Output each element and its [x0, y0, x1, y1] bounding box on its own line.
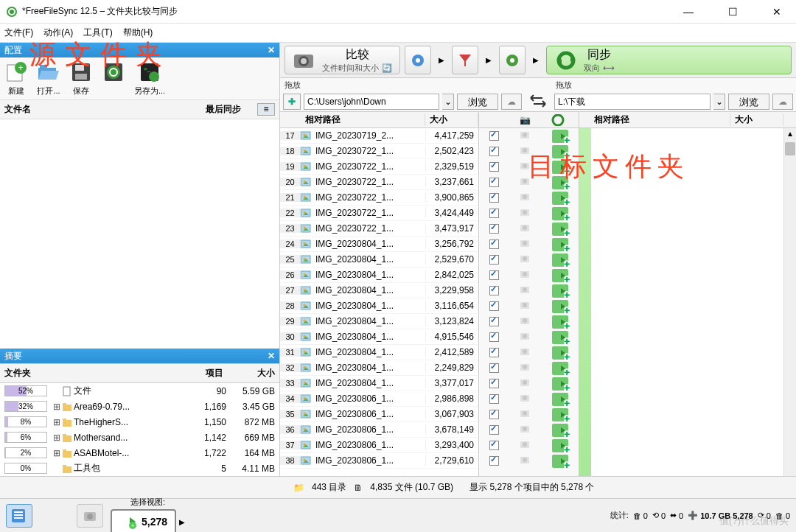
col-size[interactable]: 大小 [223, 367, 275, 379]
mid-row[interactable] [479, 407, 579, 422]
mid-row[interactable] [479, 438, 579, 453]
grid-row[interactable]: 25IMG_20230804_1...2,529,670 [280, 252, 478, 267]
mid-row[interactable] [479, 376, 579, 391]
col-size-right[interactable]: 大小 [730, 113, 783, 126]
create-right-icon[interactable] [552, 192, 568, 205]
create-right-icon[interactable] [552, 439, 568, 452]
grid-row[interactable]: 31IMG_20230804_1...2,412,589 [280, 345, 478, 360]
mid-row[interactable] [479, 175, 579, 190]
summary-row[interactable]: 32%⊞Area69-0.79...1,1693.45 GB [0, 399, 279, 414]
col-extra-icon[interactable]: ≡ [257, 103, 275, 116]
col-lastsync[interactable]: 最后同步 [206, 103, 257, 116]
left-path-input[interactable] [304, 94, 439, 110]
col-items[interactable]: 项目 [179, 367, 223, 379]
mid-row[interactable] [479, 159, 579, 175]
mid-row[interactable] [479, 329, 579, 345]
row-checkbox[interactable] [489, 348, 499, 357]
grid-row[interactable]: 23IMG_20230722_1...3,473,917 [280, 221, 478, 237]
mid-row[interactable] [479, 190, 579, 206]
col-relpath-left[interactable]: 相对路径 [301, 113, 425, 126]
row-checkbox[interactable] [489, 131, 499, 141]
row-checkbox[interactable] [489, 394, 499, 404]
swap-button[interactable] [525, 78, 551, 111]
grid-row[interactable]: 22IMG_20230722_1...3,424,449 [280, 206, 478, 221]
right-browse-button[interactable]: 浏览 [728, 94, 769, 110]
maximize-button[interactable]: ☐ [719, 1, 746, 22]
summary-row[interactable]: 2%⊞ASABMotel-...1,722164 MB [0, 445, 279, 461]
create-right-icon[interactable] [552, 284, 568, 298]
summary-panel-close-icon[interactable]: ✕ [268, 351, 275, 361]
row-checkbox[interactable] [489, 286, 499, 295]
create-right-icon[interactable] [552, 377, 568, 391]
new-button[interactable]: + 新建 [4, 60, 28, 97]
summary-row[interactable]: 0%工具包54.11 MB [0, 461, 279, 476]
left-browse-button[interactable]: 浏览 [457, 94, 498, 110]
grid-row[interactable]: 19IMG_20230722_1...2,329,519 [280, 159, 478, 175]
row-checkbox[interactable] [489, 441, 499, 450]
compare-button[interactable]: 比较 文件时间和大小 🔄 [284, 46, 400, 74]
row-checkbox[interactable] [489, 147, 499, 156]
menu-file[interactable]: 文件(F) [4, 27, 33, 39]
row-checkbox[interactable] [489, 379, 499, 388]
grid-row[interactable]: 38IMG_20230806_1...2,729,610 [280, 453, 478, 469]
source-grid-body[interactable]: 17IMG_20230719_2...4,417,25918IMG_202307… [280, 128, 478, 476]
row-checkbox[interactable] [489, 209, 499, 218]
sync-settings-dropdown-icon[interactable]: ▶ [530, 46, 542, 74]
saveas-sync-button[interactable] [102, 60, 125, 97]
grid-row[interactable]: 34IMG_20230806_1...2,986,898 [280, 391, 478, 407]
create-right-icon[interactable] [552, 315, 568, 329]
view-list-button[interactable] [6, 504, 32, 528]
minimize-button[interactable]: — [675, 1, 702, 22]
col-filename[interactable]: 文件名 [4, 103, 206, 116]
menu-action[interactable]: 动作(A) [43, 27, 73, 39]
mid-row[interactable] [479, 345, 579, 360]
sync-button[interactable]: 同步 双向 ⟷ [546, 46, 792, 74]
grid-row[interactable]: 32IMG_20230804_1...2,249,829 [280, 360, 478, 376]
menu-tools[interactable]: 工具(T) [83, 27, 112, 39]
left-path-dropdown-icon[interactable]: ⌄ [442, 94, 454, 110]
summary-row[interactable]: 52%文件905.59 GB [0, 383, 279, 399]
compare-dropdown-icon[interactable]: ▶ [436, 46, 447, 74]
row-checkbox[interactable] [489, 363, 499, 373]
mid-row[interactable] [479, 422, 579, 438]
filter-count-box[interactable]: + 5,278 [111, 509, 176, 532]
row-checkbox[interactable] [489, 301, 499, 311]
row-checkbox[interactable] [489, 332, 499, 342]
grid-row[interactable]: 36IMG_20230806_1...3,678,149 [280, 422, 478, 438]
create-right-icon[interactable] [552, 253, 568, 267]
mid-row[interactable] [479, 237, 579, 252]
summary-row[interactable]: 8%⊞TheHigherS...1,150872 MB [0, 414, 279, 430]
middle-grid-body[interactable] [479, 128, 579, 476]
mid-row[interactable] [479, 391, 579, 407]
row-checkbox[interactable] [489, 270, 499, 280]
col-size-left[interactable]: 大小 [425, 113, 478, 126]
grid-scrollbar[interactable]: ▴ [783, 128, 796, 476]
create-right-icon[interactable] [552, 393, 568, 406]
row-checkbox[interactable] [489, 317, 499, 326]
row-checkbox[interactable] [489, 410, 499, 419]
grid-row[interactable]: 26IMG_20230804_1...2,842,025 [280, 267, 478, 283]
create-right-icon[interactable] [552, 408, 568, 421]
row-checkbox[interactable] [489, 162, 499, 172]
mid-row[interactable] [479, 298, 579, 314]
category-header-icon[interactable]: 📷 [520, 115, 534, 125]
grid-row[interactable]: 21IMG_20230722_1...3,900,865 [280, 190, 478, 206]
grid-row[interactable]: 33IMG_20230804_1...3,377,017 [280, 376, 478, 391]
mid-row[interactable] [479, 360, 579, 376]
grid-row[interactable]: 29IMG_20230804_1...3,123,824 [280, 314, 478, 329]
grid-row[interactable]: 27IMG_20230804_1...3,229,958 [280, 283, 478, 298]
grid-row[interactable]: 17IMG_20230719_2...4,417,259 [280, 128, 478, 144]
mid-row[interactable] [479, 128, 579, 144]
row-checkbox[interactable] [489, 178, 499, 187]
create-right-icon[interactable] [552, 223, 568, 236]
view-category-button[interactable] [77, 504, 103, 528]
row-checkbox[interactable] [489, 239, 499, 249]
filter-dropdown-icon[interactable]: ▶ [483, 46, 495, 74]
open-button[interactable]: 打开... [37, 60, 60, 97]
left-cloud-icon[interactable]: ☁ [501, 94, 522, 110]
compare-settings-button[interactable] [405, 46, 431, 74]
create-right-icon[interactable] [552, 331, 568, 344]
row-checkbox[interactable] [489, 255, 499, 265]
summary-row[interactable]: 6%⊞Mothersand...1,142669 MB [0, 430, 279, 445]
create-right-icon[interactable] [552, 269, 568, 282]
